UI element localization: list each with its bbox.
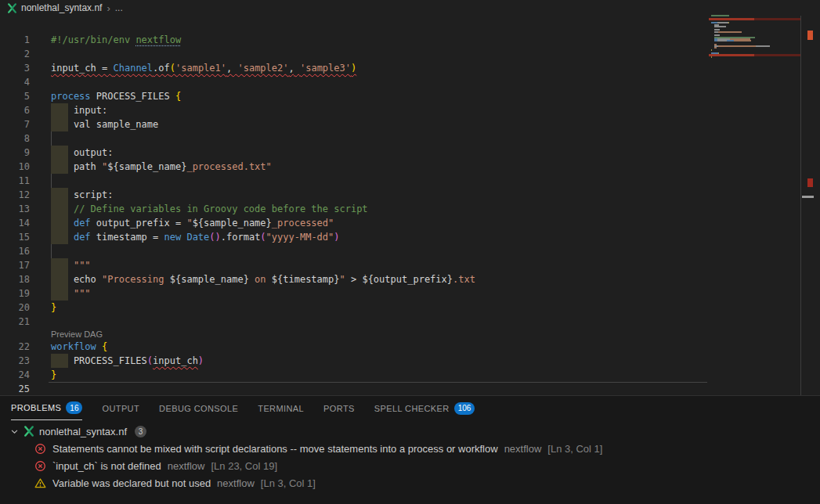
- error-squiggle: input_ch = Channel.of('sample1', 'sample…: [51, 63, 356, 74]
- problem-row[interactable]: Statements cannot be mixed with script d…: [0, 440, 820, 457]
- code-line[interactable]: 5process PROCESS_FILES {: [0, 89, 707, 103]
- problems-file-count-badge: 3: [135, 426, 146, 437]
- line-content[interactable]: val sample_name: [51, 117, 707, 131]
- line-content[interactable]: [51, 315, 707, 329]
- code-token: input_ch: [153, 355, 198, 366]
- minimap-line: [714, 26, 726, 27]
- line-content[interactable]: [51, 131, 707, 146]
- code-line[interactable]: 21: [0, 315, 707, 329]
- line-content[interactable]: #!/usr/bin/env nextflow: [51, 33, 707, 47]
- line-content[interactable]: }: [51, 368, 707, 382]
- code-line[interactable]: 22workflow {: [0, 340, 707, 354]
- line-content[interactable]: def output_prefix = "${sample_name}_proc…: [51, 216, 707, 230]
- breadcrumb-more[interactable]: ...: [115, 2, 123, 13]
- code-token: _processed": [272, 218, 334, 229]
- minimap-line: [714, 45, 770, 47]
- code-lines[interactable]: 1#!/usr/bin/env nextflow23input_ch = Cha…: [0, 33, 707, 396]
- line-content[interactable]: [51, 75, 707, 89]
- code-line[interactable]: 19 """: [0, 286, 707, 301]
- minimap-line: [714, 47, 717, 49]
- line-number: 18: [0, 272, 30, 286]
- code-line[interactable]: 9 output:: [0, 146, 707, 160]
- minimap[interactable]: [709, 15, 800, 67]
- code-line[interactable]: 6 input:: [0, 103, 707, 117]
- code-token: script:: [51, 189, 113, 200]
- line-number: 24: [0, 368, 30, 382]
- line-content[interactable]: }: [51, 301, 707, 315]
- panel-tab-debug-console[interactable]: DEBUG CONSOLE: [159, 396, 238, 420]
- code-token: ,: [226, 63, 237, 74]
- code-line[interactable]: 17 """: [0, 258, 707, 272]
- line-content[interactable]: [51, 244, 707, 258]
- current-line-highlight: [49, 382, 707, 396]
- line-number: 13: [0, 202, 30, 216]
- code-line[interactable]: 8: [0, 131, 707, 146]
- problems-file-row[interactable]: nonlethal_syntax.nf 3: [0, 423, 820, 440]
- code-token: ${sample_name}: [107, 161, 186, 172]
- code-line[interactable]: 20}: [0, 301, 707, 315]
- code-line[interactable]: 13 // Define variables in Groovy code be…: [0, 202, 707, 216]
- overview-ruler[interactable]: [800, 16, 813, 395]
- breadcrumb: nonlethal_syntax.nf › ...: [0, 0, 820, 16]
- line-number: 11: [0, 174, 30, 188]
- chevron-down-icon[interactable]: [10, 427, 19, 436]
- line-content[interactable]: output:: [51, 146, 707, 160]
- problem-row[interactable]: Variable was declared but not usednextfl…: [0, 474, 820, 491]
- code-token: [51, 232, 74, 243]
- code-line[interactable]: 4: [0, 75, 707, 89]
- panel-tab-label: TERMINAL: [258, 404, 304, 413]
- line-content[interactable]: input:: [51, 103, 707, 117]
- line-content[interactable]: [51, 174, 707, 188]
- line-content[interactable]: process PROCESS_FILES {: [51, 89, 707, 103]
- panel-tab-spell-checker[interactable]: SPELL CHECKER106: [374, 396, 475, 420]
- editor[interactable]: nonlethal_syntax.nf › ... 1#!/usr/bin/en…: [0, 0, 820, 395]
- line-content[interactable]: """: [51, 258, 707, 272]
- code-line[interactable]: 18 echo "Processing ${sample_name} on ${…: [0, 272, 707, 286]
- panel-tab-label: SPELL CHECKER: [374, 404, 450, 413]
- line-number: 14: [0, 216, 30, 230]
- breadcrumb-filename[interactable]: nonlethal_syntax.nf: [21, 2, 102, 13]
- code-token: ): [198, 355, 204, 366]
- code-token: timestamp =: [96, 232, 164, 243]
- line-content[interactable]: workflow {: [51, 340, 707, 354]
- code-line[interactable]: 23 PROCESS_FILES(input_ch): [0, 354, 707, 368]
- line-content[interactable]: [51, 47, 707, 61]
- code-token: input_ch =: [51, 63, 113, 74]
- code-line[interactable]: 11: [0, 174, 707, 188]
- problem-row[interactable]: `input_ch` is not definednextflow[Ln 23,…: [0, 457, 820, 474]
- line-content[interactable]: def timestamp = new Date().format("yyyy-…: [51, 230, 707, 244]
- line-content[interactable]: path "${sample_name}_processed.txt": [51, 160, 707, 174]
- panel-tab-terminal[interactable]: TERMINAL: [258, 396, 304, 420]
- code-token: ${output_prefix}: [362, 274, 453, 285]
- code-token: [51, 203, 74, 214]
- code-token: [51, 288, 74, 299]
- code-line[interactable]: 16: [0, 244, 707, 258]
- code-token: .txt: [453, 274, 475, 285]
- code-line[interactable]: 2: [0, 47, 707, 61]
- line-content[interactable]: echo "Processing ${sample_name} on ${tim…: [51, 272, 707, 286]
- problem-location: [Ln 23, Col 19]: [211, 460, 277, 472]
- line-number: 5: [0, 89, 30, 103]
- panel-tab-output[interactable]: OUTPUT: [102, 396, 139, 420]
- panel-tab-label: OUTPUT: [102, 404, 139, 413]
- minimap-line: [714, 31, 742, 33]
- code-line[interactable]: 7 val sample_name: [0, 117, 707, 131]
- code-line[interactable]: 10 path "${sample_name}_processed.txt": [0, 160, 707, 174]
- code-line[interactable]: 14 def output_prefix = "${sample_name}_p…: [0, 216, 707, 230]
- codelens-preview-dag[interactable]: Preview DAG: [0, 329, 707, 340]
- code-line[interactable]: 12 script:: [0, 188, 707, 202]
- code-token: ,: [289, 63, 300, 74]
- code-token: [51, 218, 74, 229]
- code-token: ": [186, 218, 192, 229]
- code-line[interactable]: 3input_ch = Channel.of('sample1', 'sampl…: [0, 61, 707, 75]
- code-line[interactable]: 1#!/usr/bin/env nextflow: [0, 33, 707, 47]
- code-line[interactable]: 15 def timestamp = new Date().format("yy…: [0, 230, 707, 244]
- line-content[interactable]: // Define variables in Groovy code befor…: [51, 202, 707, 216]
- code-line[interactable]: 24}: [0, 368, 707, 382]
- line-content[interactable]: """: [51, 286, 707, 301]
- line-content[interactable]: input_ch = Channel.of('sample1', 'sample…: [51, 61, 707, 75]
- panel-tab-ports[interactable]: PORTS: [323, 396, 355, 420]
- line-content[interactable]: PROCESS_FILES(input_ch): [51, 354, 707, 368]
- line-content[interactable]: script:: [51, 188, 707, 202]
- panel-tab-problems[interactable]: PROBLEMS16: [11, 396, 82, 420]
